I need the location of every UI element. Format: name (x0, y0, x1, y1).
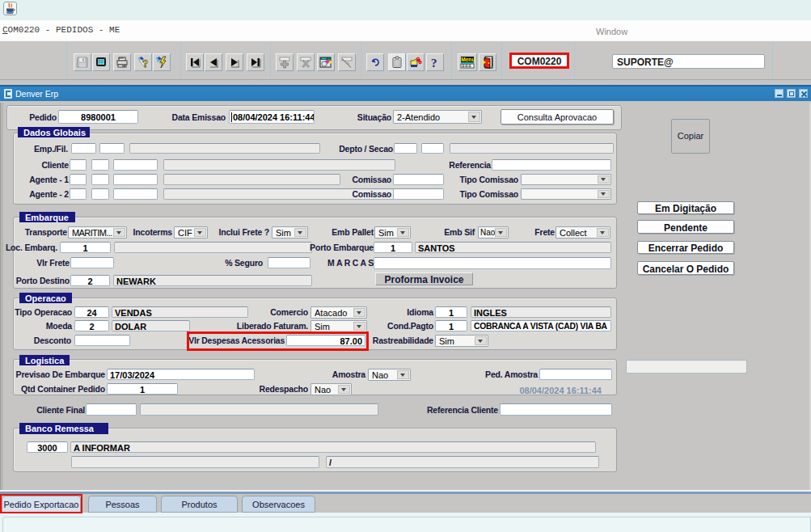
svg-text:Menu: Menu (461, 57, 475, 62)
svg-text:?: ? (431, 57, 437, 70)
svg-text:?: ? (142, 58, 148, 69)
